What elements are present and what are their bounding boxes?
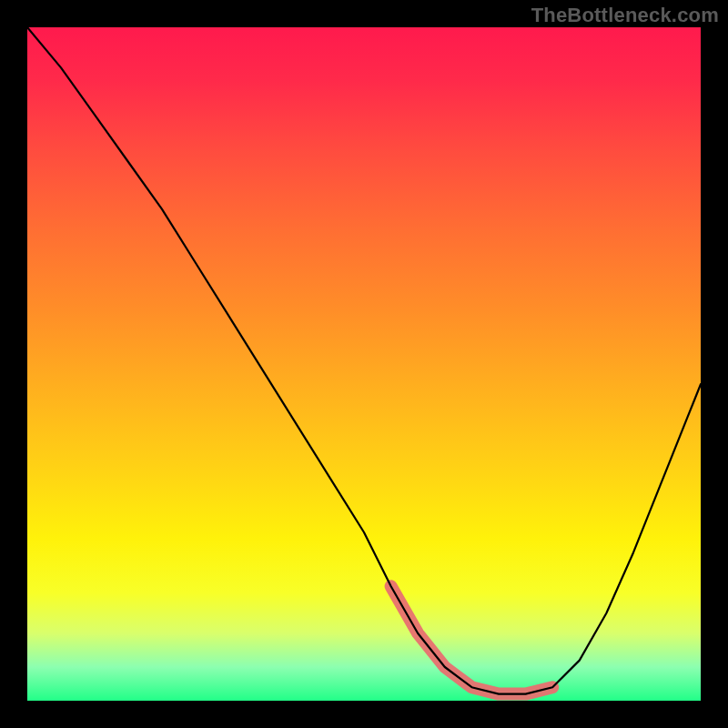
- watermark-text: TheBottleneck.com: [531, 4, 719, 27]
- curve-svg: [27, 27, 701, 701]
- chart-stage: TheBottleneck.com: [0, 0, 728, 728]
- bottleneck-curve: [27, 27, 701, 694]
- current-range-highlight: [391, 586, 553, 693]
- plot-area: [27, 27, 701, 701]
